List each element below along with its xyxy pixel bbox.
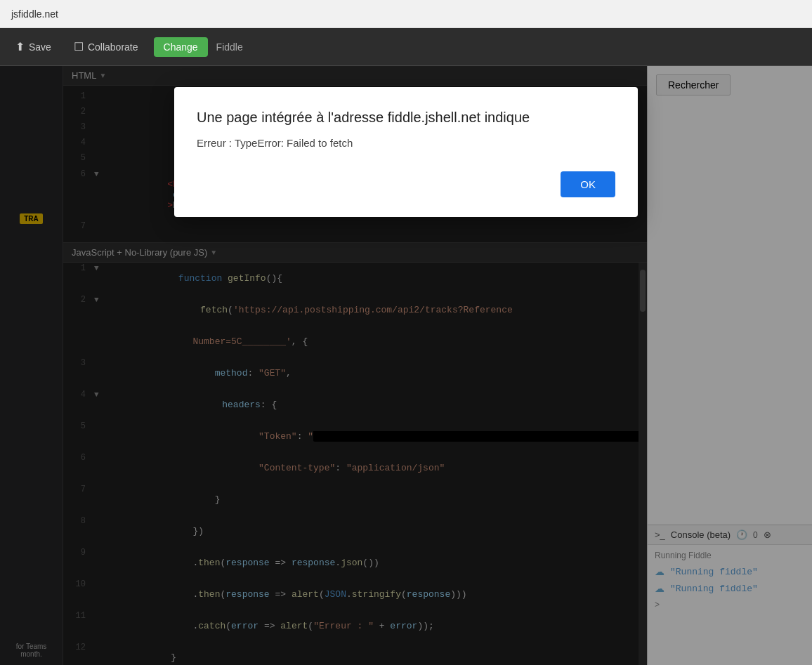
modal-overlay: Une page intégrée à l'adresse fiddle.jsh… xyxy=(0,66,812,665)
save-label: Save xyxy=(29,41,51,53)
collaborate-icon: ☐ xyxy=(74,40,84,53)
modal-title: Une page intégrée à l'adresse fiddle.jsh… xyxy=(197,110,615,126)
save-button[interactable]: ⬆ Save xyxy=(8,36,58,58)
change-button[interactable]: Change xyxy=(154,37,208,57)
collaborate-label: Collaborate xyxy=(88,41,138,53)
fiddle-label: Fiddle xyxy=(216,41,243,53)
modal-dialog: Une page intégrée à l'adresse fiddle.jsh… xyxy=(174,87,638,217)
browser-title: jsfiddle.net xyxy=(11,8,58,20)
modal-ok-button[interactable]: OK xyxy=(561,171,615,197)
modal-message: Erreur : TypeError: Failed to fetch xyxy=(197,137,615,149)
collaborate-button[interactable]: ☐ Collaborate xyxy=(67,36,145,58)
modal-footer: OK xyxy=(197,171,615,197)
main-area: TRA for Teams month. HTML ▼ 1 2 xyxy=(0,66,812,665)
save-icon: ⬆ xyxy=(15,40,25,53)
browser-bar: jsfiddle.net xyxy=(0,0,812,28)
app-toolbar: ⬆ Save ☐ Collaborate Change Fiddle xyxy=(0,28,812,66)
